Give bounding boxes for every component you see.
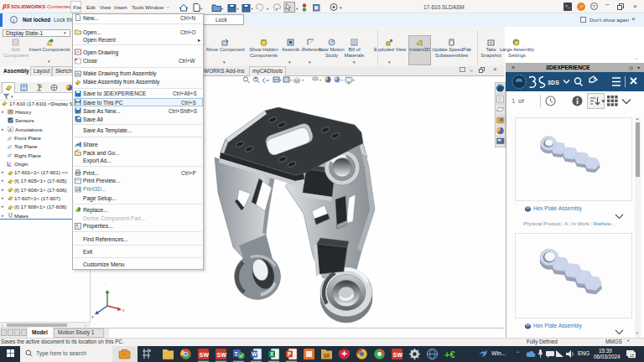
svg-text:▾: ▾ <box>237 7 240 11</box>
svg-text:3DS: 3DS <box>548 80 559 85</box>
svg-text:ˉ: ˉ <box>105 283 106 288</box>
svg-text:X: X <box>270 351 274 357</box>
svg-text:W: W <box>252 351 257 357</box>
svg-text:▾: ▾ <box>252 7 254 11</box>
svg-text:W: W <box>397 352 403 358</box>
svg-text:▾: ▾ <box>267 7 269 11</box>
svg-text:▾: ▾ <box>221 7 224 11</box>
svg-text:+€: +€ <box>444 349 455 359</box>
svg-text:▾: ▾ <box>200 7 203 11</box>
svg-text:x: x <box>122 308 125 313</box>
svg-text:z: z <box>91 314 94 319</box>
svg-text:P: P <box>288 351 292 357</box>
svg-text:W: W <box>204 352 210 358</box>
svg-text:▾: ▾ <box>296 7 299 11</box>
svg-text:W: W <box>221 352 227 358</box>
svg-text:18: 18 <box>630 353 635 358</box>
svg-text:▾: ▾ <box>340 5 342 10</box>
svg-text:T: T <box>235 351 238 357</box>
